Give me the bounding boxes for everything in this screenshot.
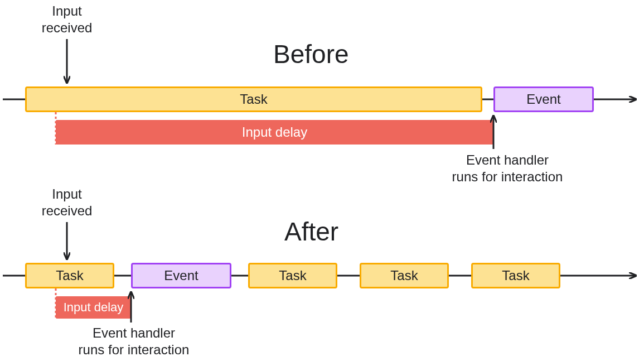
after-task-box-4: Task xyxy=(471,263,560,288)
before-input-delay-label: Input delay xyxy=(242,124,307,140)
after-task-box-2: Task xyxy=(248,263,337,288)
after-task-label-4: Task xyxy=(502,268,529,283)
before-task-label: Task xyxy=(240,92,267,107)
diagram-root: { "before": { "title": "Before", "input_… xyxy=(0,0,644,361)
after-event-box: Event xyxy=(131,263,231,288)
after-input-delay-label: Input delay xyxy=(64,300,124,315)
before-title: Before xyxy=(273,39,349,69)
after-task-box-3: Task xyxy=(360,263,449,288)
before-input-delay-box: Input delay xyxy=(56,120,493,145)
after-task-box-1: Task xyxy=(25,263,114,288)
after-input-delay-box: Input delay xyxy=(56,296,131,319)
after-task-label-3: Task xyxy=(390,268,418,283)
after-title: After xyxy=(284,216,338,247)
before-handler-caption: Event handler runs for interaction xyxy=(435,152,580,185)
before-event-box: Event xyxy=(493,86,594,112)
after-task-label-1: Task xyxy=(56,268,83,283)
after-event-label: Event xyxy=(164,268,198,283)
after-handler-caption: Event handler runs for interaction xyxy=(61,325,206,358)
before-event-label: Event xyxy=(526,92,560,107)
before-input-received-label: Input received xyxy=(33,3,100,36)
after-task-label-2: Task xyxy=(279,268,306,283)
after-input-received-label: Input received xyxy=(33,186,100,219)
before-task-box: Task xyxy=(25,86,482,112)
